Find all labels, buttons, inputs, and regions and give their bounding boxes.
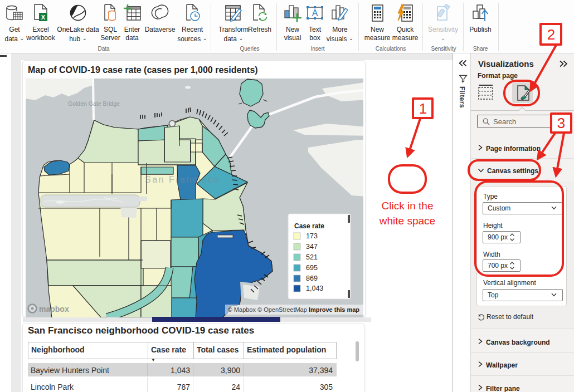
svg-text:Golden Gate Bridge: Golden Gate Bridge <box>68 100 120 107</box>
svg-text:869: 869 <box>306 275 318 282</box>
svg-text:1: 1 <box>419 100 427 117</box>
svg-text:1,043: 1,043 <box>306 285 323 292</box>
svg-text:695: 695 <box>306 264 318 272</box>
svg-text:white space: white space <box>379 215 435 227</box>
svg-text:Click in the: Click in the <box>382 200 434 212</box>
svg-text:347: 347 <box>306 243 318 251</box>
svg-text:San Francisco: San Francisco <box>145 175 220 184</box>
svg-text:© Mapbox © OpenStreetMap Impro: © Mapbox © OpenStreetMap Improve this ma… <box>228 306 360 313</box>
svg-text:A: A <box>312 8 318 18</box>
svg-text:X: X <box>41 14 46 21</box>
svg-text:Case rate: Case rate <box>294 222 324 230</box>
svg-text:mapbox: mapbox <box>39 305 69 313</box>
svg-text:173: 173 <box>306 232 318 240</box>
svg-text:521: 521 <box>306 253 318 261</box>
